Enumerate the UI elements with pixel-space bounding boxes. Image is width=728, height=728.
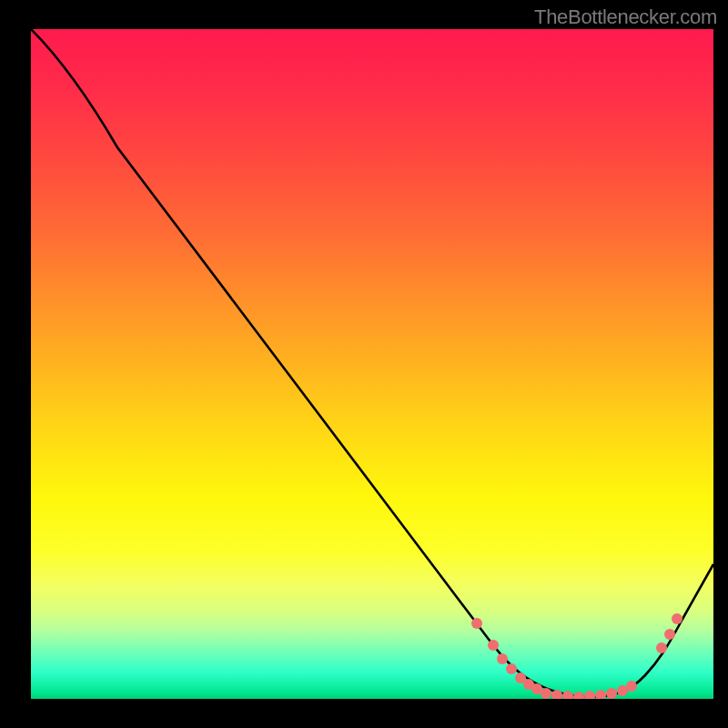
svg-point-9 xyxy=(562,691,573,699)
svg-point-17 xyxy=(664,629,675,640)
svg-point-12 xyxy=(595,690,606,699)
watermark-text: TheBottlenecker.com xyxy=(534,5,717,29)
svg-point-3 xyxy=(506,663,517,674)
svg-point-15 xyxy=(626,681,637,692)
svg-point-7 xyxy=(541,688,551,699)
svg-point-13 xyxy=(606,688,617,699)
chart-area xyxy=(31,29,713,699)
svg-point-2 xyxy=(497,653,508,664)
data-points xyxy=(31,29,713,699)
svg-point-1 xyxy=(488,640,499,651)
svg-point-0 xyxy=(471,618,482,629)
svg-point-10 xyxy=(573,692,584,699)
svg-point-8 xyxy=(551,690,562,699)
svg-point-18 xyxy=(672,613,682,624)
svg-point-16 xyxy=(656,642,667,653)
svg-point-11 xyxy=(584,691,595,699)
